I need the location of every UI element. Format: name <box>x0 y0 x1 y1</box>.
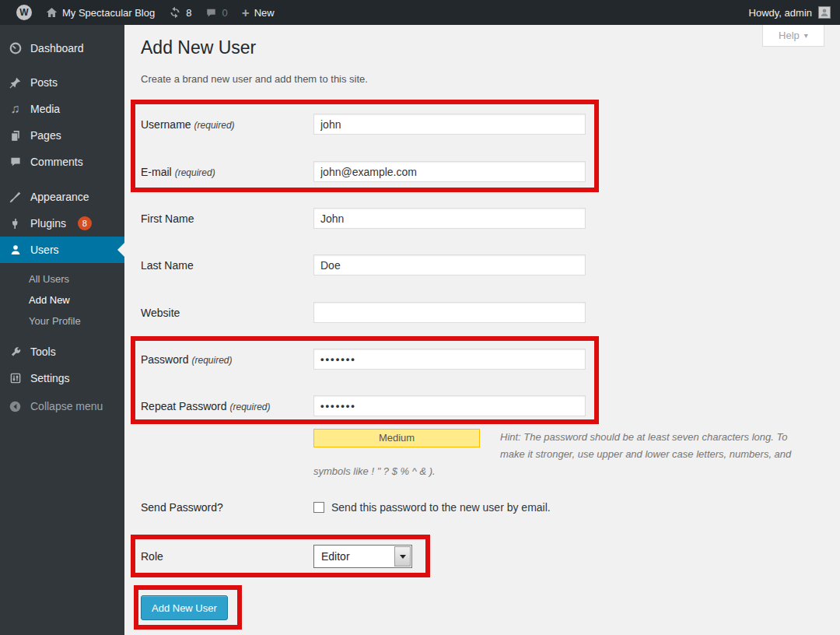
sidebar-item-tools[interactable]: Tools <box>0 339 124 365</box>
sidebar-label: Plugins <box>30 217 66 230</box>
sidebar-item-pages[interactable]: Pages <box>0 122 124 149</box>
sidebar-item-media[interactable]: ♫ Media <box>0 96 124 122</box>
update-count: 8 <box>186 7 191 19</box>
help-label: Help <box>779 30 800 41</box>
sidebar-item-posts[interactable]: Posts <box>0 69 124 96</box>
role-label: Role <box>141 550 313 563</box>
sidebar-item-comments[interactable]: Comments <box>0 149 124 175</box>
form-row-website: Website <box>141 302 586 323</box>
media-icon: ♫ <box>7 101 23 117</box>
main-content: Help ▾ Add New User Create a brand new u… <box>124 25 840 635</box>
sidebar-label: Dashboard <box>30 42 84 54</box>
password-label: Password(required) <box>141 353 313 366</box>
sidebar-label: Users <box>30 244 59 256</box>
plugins-update-badge: 8 <box>78 216 92 230</box>
send-password-checkbox[interactable] <box>313 502 324 513</box>
role-selected-value: Editor <box>321 550 350 563</box>
sidebar-item-users[interactable]: Users <box>0 237 124 263</box>
comments-link[interactable]: 0 <box>198 0 234 25</box>
website-label: Website <box>141 307 313 319</box>
email-input[interactable] <box>313 161 586 182</box>
update-icon <box>169 6 181 19</box>
admin-bar: W My Spectacular Blog 8 0 + New Howdy, a… <box>0 0 840 25</box>
pushpin-icon <box>7 75 23 90</box>
dropdown-arrow-icon <box>394 546 411 567</box>
password-strength-section: Medium Hint: The password should be at l… <box>313 429 811 480</box>
help-button[interactable]: Help ▾ <box>762 25 824 47</box>
add-new-user-button[interactable]: Add New User <box>141 595 228 620</box>
plugin-icon <box>7 216 23 231</box>
form-row-first-name: First Name <box>141 208 586 229</box>
last-name-input[interactable] <box>313 254 586 275</box>
sidebar-item-settings[interactable]: Settings <box>0 365 124 391</box>
sidebar-label: Appearance <box>30 191 89 203</box>
sidebar-label: Tools <box>30 346 56 358</box>
comment-count: 0 <box>222 7 227 19</box>
updates-link[interactable]: 8 <box>162 0 198 25</box>
form-row-username: Username(required) <box>141 114 586 135</box>
howdy-account-link[interactable]: Howdy, admin <box>749 7 812 19</box>
sidebar-item-collapse-menu[interactable]: Collapse menu <box>0 393 124 419</box>
site-name-label: My Spectacular Blog <box>62 7 155 19</box>
wordpress-logo-icon: W <box>16 5 32 20</box>
sidebar-item-appearance[interactable]: Appearance <box>0 184 124 210</box>
users-submenu: All Users Add New Your Profile <box>0 263 124 339</box>
sidebar-label: Settings <box>30 372 70 384</box>
comment-icon <box>7 154 23 170</box>
send-password-label: Send Password? <box>141 501 313 514</box>
plus-icon: + <box>242 6 250 19</box>
form-row-repeat-password: Repeat Password(required) <box>141 395 586 416</box>
dashboard-icon <box>7 40 23 56</box>
form-row-role: Role Editor <box>141 545 412 568</box>
form-row-last-name: Last Name <box>141 254 586 275</box>
sidebar-label: Comments <box>30 156 83 168</box>
sidebar-item-add-new[interactable]: Add New <box>0 289 124 310</box>
brush-icon <box>7 189 23 205</box>
new-label: New <box>254 7 275 19</box>
sidebar-item-your-profile[interactable]: Your Profile <box>0 310 124 332</box>
site-name-link[interactable]: My Spectacular Blog <box>39 0 162 25</box>
sidebar-item-all-users[interactable]: All Users <box>0 268 124 289</box>
username-label: Username(required) <box>141 118 313 131</box>
page-subtitle: Create a brand new user and add them to … <box>141 73 368 85</box>
role-select[interactable]: Editor <box>313 545 412 568</box>
username-input[interactable] <box>313 114 586 135</box>
password-strength-meter: Medium <box>313 429 480 447</box>
wrench-icon <box>7 344 23 360</box>
admin-sidebar: Dashboard Posts ♫ Media Pages Comments <box>0 25 124 635</box>
form-row-send-password: Send Password? Send this password to the… <box>141 496 551 517</box>
sidebar-label: Collapse menu <box>30 400 103 412</box>
user-icon <box>7 242 23 258</box>
last-name-label: Last Name <box>141 259 313 272</box>
sidebar-item-plugins[interactable]: Plugins 8 <box>0 210 124 237</box>
chevron-down-icon: ▾ <box>804 31 808 40</box>
new-content-link[interactable]: + New <box>235 0 282 25</box>
sidebar-label: Media <box>30 103 60 115</box>
sidebar-label: Pages <box>30 129 61 142</box>
repeat-password-label: Repeat Password(required) <box>141 400 313 412</box>
repeat-password-input[interactable] <box>313 395 586 416</box>
avatar[interactable] <box>818 6 831 19</box>
comment-bubble-icon <box>205 7 217 19</box>
pages-icon <box>7 128 23 143</box>
page-title: Add New User <box>141 37 256 58</box>
sidebar-item-dashboard[interactable]: Dashboard <box>0 35 124 61</box>
sidebar-label: Posts <box>30 76 58 89</box>
first-name-input[interactable] <box>313 208 586 229</box>
password-input[interactable] <box>313 349 586 370</box>
form-row-email: E-mail(required) <box>141 161 586 182</box>
first-name-label: First Name <box>141 212 313 225</box>
collapse-icon <box>7 398 23 414</box>
form-row-password: Password(required) <box>141 349 586 370</box>
send-password-checkbox-label[interactable]: Send this password to the new user by em… <box>331 501 551 514</box>
email-label: E-mail(required) <box>141 166 313 178</box>
wordpress-logo-menu[interactable]: W <box>9 0 39 25</box>
home-icon <box>46 7 58 18</box>
website-input[interactable] <box>313 302 586 323</box>
sliders-icon <box>7 370 23 386</box>
